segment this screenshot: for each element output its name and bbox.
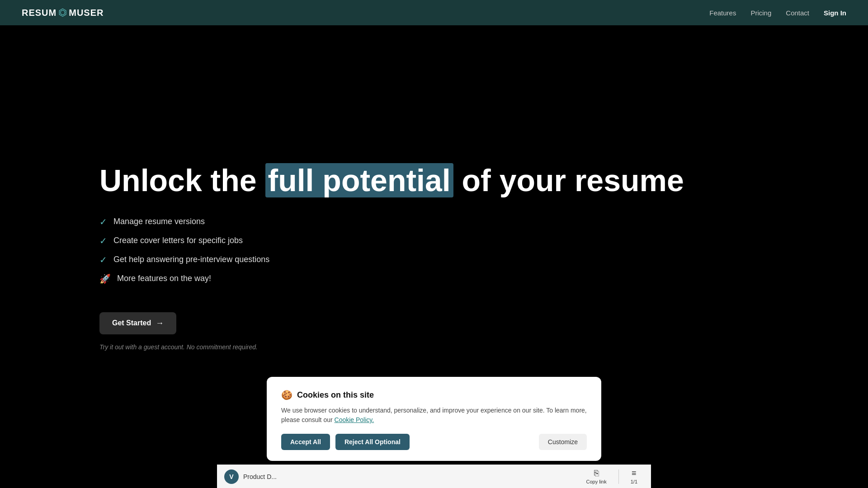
accept-all-button[interactable]: Accept All bbox=[281, 434, 330, 450]
hero-title-highlight: full potential bbox=[265, 163, 453, 197]
arrow-icon: → bbox=[156, 319, 164, 328]
copy-link-icon: ⎘ bbox=[594, 469, 599, 478]
logo: RESUM ⏣ MUSER bbox=[22, 7, 104, 19]
feature-item-1: ✓ Manage resume versions bbox=[99, 216, 769, 227]
copy-link-label: Copy link bbox=[586, 479, 606, 484]
reject-all-button[interactable]: Reject All Optional bbox=[335, 434, 410, 450]
feature-item-3: ✓ Get help answering pre-interview quest… bbox=[99, 254, 769, 265]
product-text: Product D... bbox=[243, 473, 277, 480]
logo-text-right: MUSER bbox=[69, 8, 104, 18]
logo-text-left: RESUM bbox=[22, 8, 57, 18]
nav-features[interactable]: Features bbox=[709, 9, 736, 17]
logo-icon: ⏣ bbox=[58, 7, 67, 19]
feature-item-4: 🚀 More features on the way! bbox=[99, 273, 769, 284]
nav-contact[interactable]: Contact bbox=[786, 9, 809, 17]
toolbar-actions: ⎘ Copy link ≡ 1/1 bbox=[580, 466, 644, 487]
hero-title-start: Unlock the bbox=[99, 163, 265, 197]
cookie-actions: Accept All Reject All Optional Customize bbox=[281, 434, 587, 450]
cta-subtext: Try it out with a guest account. No comm… bbox=[99, 343, 769, 351]
get-started-button[interactable]: Get Started → bbox=[99, 312, 176, 334]
cookie-body-text: We use browser cookies to understand, pe… bbox=[281, 407, 587, 423]
cookie-policy-link[interactable]: Cookie Policy. bbox=[335, 416, 374, 423]
feature-text-3: Get help answering pre-interview questio… bbox=[113, 255, 269, 264]
cookie-icon: 🍪 bbox=[281, 389, 292, 400]
cookie-title: Cookies on this site bbox=[297, 390, 374, 400]
cookie-header: 🍪 Cookies on this site bbox=[281, 389, 587, 400]
nav-signin[interactable]: Sign In bbox=[824, 9, 846, 17]
feature-text-2: Create cover letters for specific jobs bbox=[113, 236, 243, 245]
cookie-body: We use browser cookies to understand, pe… bbox=[281, 406, 587, 425]
cta-label: Get Started bbox=[112, 319, 151, 327]
feature-text-4: More features on the way! bbox=[117, 274, 211, 283]
rocket-icon: 🚀 bbox=[99, 273, 111, 284]
hero-title: Unlock the full potential of your resume bbox=[99, 163, 769, 198]
feature-item-2: ✓ Create cover letters for specific jobs bbox=[99, 235, 769, 246]
copy-link-button[interactable]: ⎘ Copy link bbox=[580, 466, 613, 487]
bottom-toolbar: V Product D... ⎘ Copy link ≡ 1/1 bbox=[217, 465, 651, 488]
feature-text-1: Manage resume versions bbox=[113, 217, 205, 226]
customize-button[interactable]: Customize bbox=[539, 434, 587, 450]
brand-icon: V bbox=[224, 469, 239, 484]
check-icon-1: ✓ bbox=[99, 216, 107, 227]
hero-title-end: of your resume bbox=[453, 163, 684, 197]
cookie-banner: 🍪 Cookies on this site We use browser co… bbox=[267, 377, 601, 461]
check-icon-2: ✓ bbox=[99, 235, 107, 246]
pagination-button[interactable]: ≡ 1/1 bbox=[624, 466, 644, 487]
toolbar-brand: V Product D... bbox=[224, 469, 580, 484]
check-icon-3: ✓ bbox=[99, 254, 107, 265]
nav-pricing[interactable]: Pricing bbox=[750, 9, 771, 17]
features-list: ✓ Manage resume versions ✓ Create cover … bbox=[99, 216, 769, 292]
pagination-icon: ≡ bbox=[632, 469, 637, 478]
pagination-text: 1/1 bbox=[631, 479, 637, 484]
toolbar-divider bbox=[618, 469, 619, 484]
navbar: RESUM ⏣ MUSER Features Pricing Contact S… bbox=[0, 0, 868, 25]
nav-links: Features Pricing Contact Sign In bbox=[709, 9, 846, 17]
